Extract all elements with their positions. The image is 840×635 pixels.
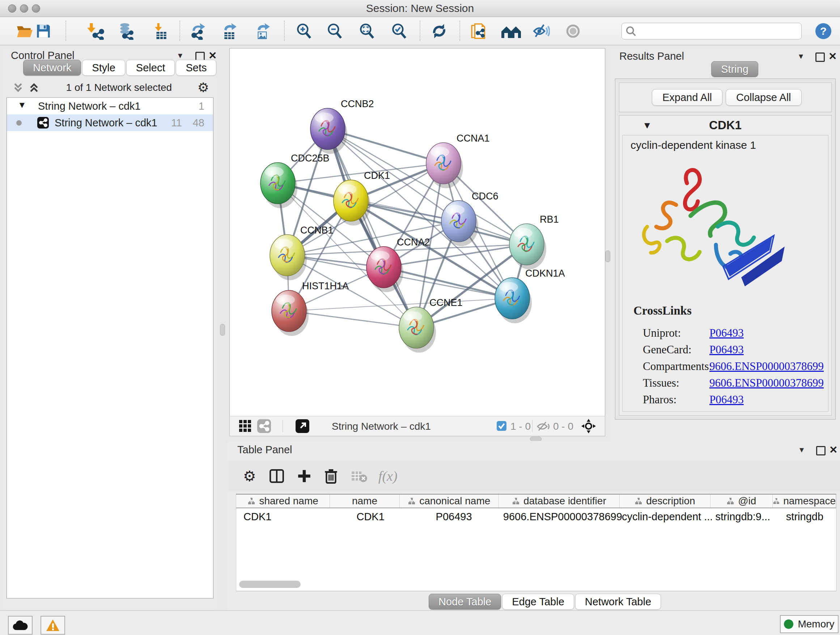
column-header-label: canonical name xyxy=(419,495,490,507)
zoom-in-icon[interactable] xyxy=(295,22,313,40)
crosslink-link[interactable]: P06493 xyxy=(709,326,744,340)
column-header-namespace[interactable]: namespace xyxy=(773,494,836,508)
column-header--id[interactable]: @id xyxy=(711,494,772,508)
tab-string[interactable]: String xyxy=(711,61,758,77)
collapse-all-icon[interactable] xyxy=(11,81,25,94)
expand-all-button[interactable]: Expand All xyxy=(652,89,722,106)
open-session-icon[interactable] xyxy=(16,22,33,40)
zoom-out-icon[interactable] xyxy=(326,22,343,40)
tab-edge-table[interactable]: Edge Table xyxy=(502,594,574,610)
column-header-description[interactable]: description xyxy=(620,494,711,508)
tree-caret-icon[interactable]: ▼ xyxy=(18,100,27,110)
node-CCNB2[interactable]: CCNB2 xyxy=(310,98,374,154)
svg-text:?: ? xyxy=(820,25,827,37)
network-view-canvas[interactable]: CCNB2CCNA1CDC25BCDK1CDC6RB1CCNB1CCNA2CDK… xyxy=(229,48,605,416)
network-row-selected[interactable]: String Network – cdk1 11 48 xyxy=(7,114,213,131)
export-network-icon[interactable] xyxy=(189,22,207,40)
panel-float-icon[interactable] xyxy=(816,446,826,455)
network-badge-icon[interactable] xyxy=(257,419,271,433)
panel-menu-icon[interactable]: ▾ xyxy=(799,51,803,61)
import-network-file-icon[interactable] xyxy=(87,22,104,40)
export-image-icon[interactable] xyxy=(254,22,271,40)
apply-preferred-layout-icon[interactable] xyxy=(431,22,448,40)
table-cell[interactable]: cyclin-dependent ... xyxy=(622,508,712,525)
tab-sets[interactable]: Sets xyxy=(176,60,216,76)
panel-close-icon[interactable]: ✕ xyxy=(829,50,837,62)
edge-CCNB2-CCNE1[interactable] xyxy=(328,129,416,328)
show-columns-icon[interactable] xyxy=(269,469,284,484)
panel-float-icon[interactable] xyxy=(815,52,825,62)
help-icon[interactable]: ? xyxy=(815,22,832,40)
crosslink-link[interactable]: 9606.ENSP00000378699 xyxy=(709,360,824,373)
search-box[interactable] xyxy=(622,23,802,40)
table-cell[interactable]: stringdb xyxy=(774,508,836,525)
node-CDKN1A[interactable]: CDKN1A xyxy=(495,268,565,323)
warnings-button[interactable] xyxy=(41,616,65,635)
protein-structure-image[interactable] xyxy=(633,158,788,293)
table-cell[interactable]: CDK1 xyxy=(336,508,405,525)
crosslink-link[interactable]: P06493 xyxy=(709,393,744,406)
table-cell[interactable]: stringdb:9... xyxy=(712,508,774,525)
tab-node-table[interactable]: Node Table xyxy=(429,594,501,610)
statusbar-separator xyxy=(532,420,532,432)
panel-menu-icon[interactable]: ▾ xyxy=(799,445,804,455)
crosslink-row: Pharos:P06493 xyxy=(622,393,828,410)
crosslink-row: Tissues:9606.ENSP00000378699 xyxy=(622,377,828,393)
birds-eye-grid-icon[interactable] xyxy=(239,420,251,432)
node-CCNA1[interactable]: CCNA1 xyxy=(426,133,490,188)
node-CDC6[interactable]: CDC6 xyxy=(441,191,499,246)
node-label-CCNA1: CCNA1 xyxy=(456,133,490,144)
selected-checkbox-icon[interactable] xyxy=(497,421,507,431)
expand-collapse-bar: Expand All Collapse All xyxy=(619,82,832,112)
network-collection-row[interactable]: ▼ String Network – cdk1 1 xyxy=(7,98,213,114)
panel-menu-icon[interactable]: ▾ xyxy=(178,50,182,60)
panel-close-icon[interactable]: ✕ xyxy=(829,444,837,456)
column-header-shared-name[interactable]: shared name xyxy=(236,494,330,508)
hide-selected-icon[interactable] xyxy=(532,22,550,40)
string-home-icon[interactable] xyxy=(501,22,523,40)
table-settings-gear-icon[interactable]: ⚙ xyxy=(243,468,256,485)
table-cell[interactable]: P06493 xyxy=(405,508,503,525)
memory-button[interactable]: Memory xyxy=(780,615,838,633)
right-panel-divider-handle[interactable] xyxy=(605,250,610,262)
save-session-icon[interactable] xyxy=(35,22,52,40)
table-cell[interactable]: CDK1 xyxy=(236,508,336,525)
fit-selection-crosshair-icon[interactable] xyxy=(581,419,596,433)
tab-style[interactable]: Style xyxy=(82,60,125,76)
export-table-icon[interactable] xyxy=(221,22,239,40)
node-RB1[interactable]: RB1 xyxy=(509,214,559,269)
crosslink-link[interactable]: 9606.ENSP00000378699 xyxy=(709,377,824,390)
node-CDC25B[interactable]: CDC25B xyxy=(261,153,330,208)
column-header-database-identifier[interactable]: database identifier xyxy=(499,494,620,508)
table-cell[interactable]: 9606.ENSP00000378699 xyxy=(503,508,622,525)
import-network-database-icon[interactable] xyxy=(117,22,134,40)
add-column-icon[interactable] xyxy=(297,469,312,484)
left-panel-divider-handle[interactable] xyxy=(220,324,225,336)
tab-network[interactable]: Network xyxy=(23,60,81,76)
open-in-new-window-icon[interactable] xyxy=(295,419,309,433)
network-edge-count: 48 xyxy=(193,117,204,129)
column-header-name[interactable]: name xyxy=(330,494,399,508)
column-header-canonical-name[interactable]: canonical name xyxy=(400,494,499,508)
node-CCNB1[interactable]: CCNB1 xyxy=(270,225,333,280)
node-CCNE1[interactable]: CCNE1 xyxy=(399,297,463,353)
tab-select[interactable]: Select xyxy=(126,60,175,76)
table-row[interactable]: CDK1CDK1P064939606.ENSP00000378699cyclin… xyxy=(236,508,836,525)
crosslink-link[interactable]: P06493 xyxy=(709,343,744,356)
node-table: shared namenamecanonical namedatabase id… xyxy=(236,494,836,591)
node-CDK1[interactable]: CDK1 xyxy=(333,170,390,226)
collapse-all-button[interactable]: Collapse All xyxy=(726,89,802,106)
cloud-status-button[interactable] xyxy=(8,616,33,635)
search-input[interactable] xyxy=(640,24,801,38)
gear-icon[interactable]: ⚙ xyxy=(197,80,209,95)
node-CCNA2[interactable]: CCNA2 xyxy=(366,237,430,292)
zoom-selected-icon[interactable] xyxy=(390,22,408,40)
zoom-fit-icon[interactable] xyxy=(358,22,376,40)
table-horizontal-scrollbar[interactable] xyxy=(239,581,301,588)
new-network-from-selection-icon[interactable] xyxy=(470,22,488,40)
tab-network-table[interactable]: Network Table xyxy=(575,594,661,610)
expand-all-icon[interactable] xyxy=(27,81,41,94)
string-network-graph[interactable]: CCNB2CCNA1CDC25BCDK1CDC6RB1CCNB1CCNA2CDK… xyxy=(230,49,604,415)
delete-column-icon[interactable] xyxy=(324,469,339,484)
import-table-icon[interactable] xyxy=(152,22,169,40)
